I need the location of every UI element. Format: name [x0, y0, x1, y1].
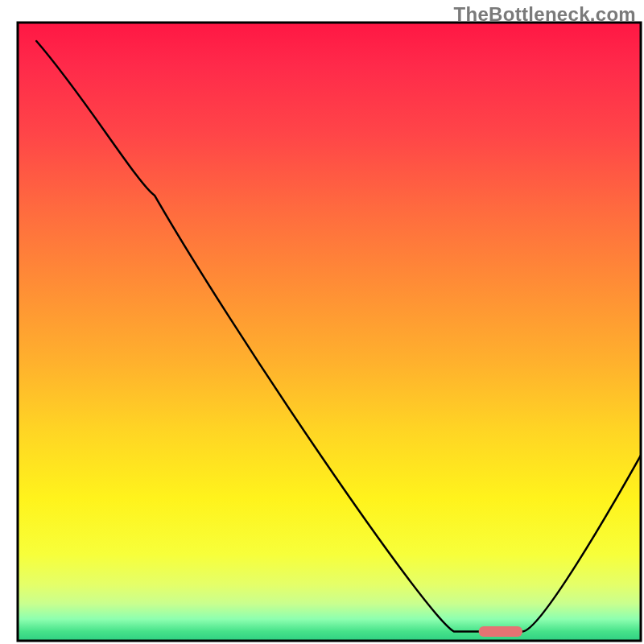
- bottleneck-chart: TheBottleneck.com: [0, 0, 644, 644]
- optimal-marker: [479, 626, 522, 637]
- gradient-background: [18, 23, 641, 641]
- chart-canvas: [0, 0, 644, 644]
- watermark-text: TheBottleneck.com: [454, 3, 636, 26]
